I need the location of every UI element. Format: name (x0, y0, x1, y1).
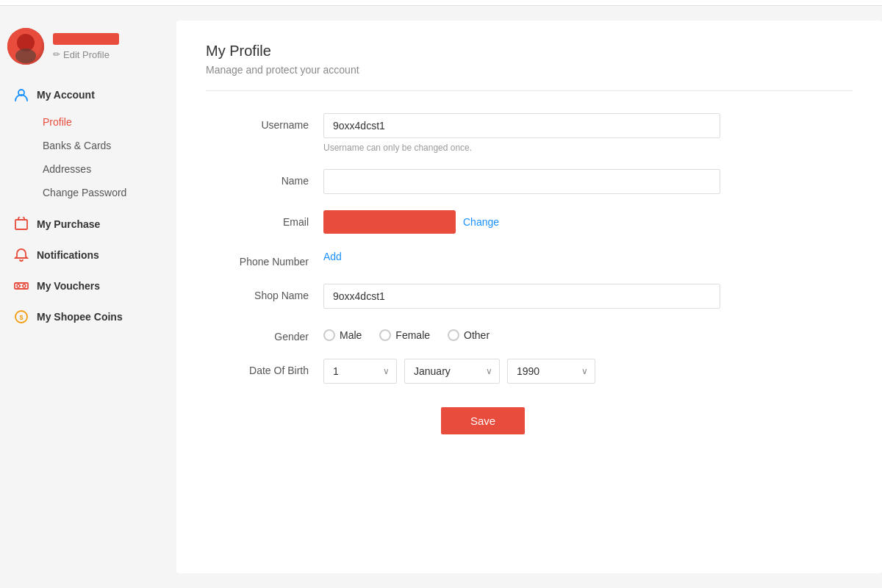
phone-label: Phone Number (206, 250, 323, 268)
avatar-svg (7, 28, 44, 65)
svg-rect-3 (15, 220, 27, 229)
nav-item-addresses[interactable]: Addresses (37, 157, 154, 181)
email-label: Email (206, 210, 323, 228)
username-hint: Username can only be changed once. (323, 143, 720, 153)
person-icon (13, 87, 29, 103)
dob-row: Date Of Birth 1 2345 6789 10111213 14151… (206, 359, 720, 384)
voucher-icon (13, 278, 29, 294)
add-phone-link[interactable]: Add (323, 251, 342, 262)
name-input[interactable] (323, 169, 720, 194)
coins-icon: $ (13, 309, 29, 325)
email-redacted (323, 210, 456, 234)
nav-item-my-vouchers[interactable]: My Vouchers (7, 270, 154, 301)
nav-item-my-shopee-coins[interactable]: $ My Shopee Coins (7, 301, 154, 332)
radio-other[interactable] (448, 329, 459, 341)
my-vouchers-label: My Vouchers (37, 280, 100, 292)
name-row: Name (206, 169, 720, 194)
dob-selects: 1 2345 6789 10111213 14151617 18192021 2… (323, 359, 720, 384)
shop-name-input[interactable] (323, 284, 720, 309)
svg-point-6 (23, 284, 26, 287)
dob-day-wrapper: 1 2345 6789 10111213 14151617 18192021 2… (323, 359, 397, 384)
save-row: Save (206, 400, 720, 434)
my-purchase-label: My Purchase (37, 218, 100, 230)
gender-row: Gender Male Female Other (206, 325, 720, 343)
avatar (7, 28, 44, 65)
dob-label: Date Of Birth (206, 359, 323, 376)
username-label: Username (206, 113, 323, 131)
email-field: Change (323, 210, 720, 234)
nav-group-header-my-account[interactable]: My Account (7, 79, 154, 110)
phone-row: Phone Number Add (206, 250, 720, 268)
phone-field: Add (323, 250, 720, 263)
radio-male[interactable] (323, 329, 335, 341)
edit-profile-link[interactable]: ✏ Edit Profile (53, 49, 119, 60)
email-row: Email Change (206, 210, 720, 234)
shop-name-field (323, 284, 720, 309)
dob-year-wrapper: 199019911992 198519802000 (507, 359, 595, 384)
name-label: Name (206, 169, 323, 187)
svg-point-1 (15, 49, 36, 63)
shop-name-row: Shop Name (206, 284, 720, 309)
nav-group-my-account: My Account Profile Banks & Cards Address… (7, 79, 154, 204)
nav-item-notifications[interactable]: Notifications (7, 240, 154, 270)
change-email-link[interactable]: Change (463, 216, 499, 228)
user-name-redacted (53, 33, 119, 45)
nav-item-change-password[interactable]: Change Password (37, 181, 154, 204)
svg-text:$: $ (19, 314, 23, 321)
gender-option-female[interactable]: Female (379, 329, 430, 341)
username-row: Username Username can only be changed on… (206, 113, 720, 153)
radio-female[interactable] (379, 329, 391, 341)
page-title: My Profile (206, 43, 853, 60)
email-content-row: Change (323, 210, 720, 234)
nav-item-profile[interactable]: Profile (37, 110, 154, 134)
gender-other-label: Other (464, 329, 490, 341)
purchase-icon (13, 216, 29, 232)
gender-option-male[interactable]: Male (323, 329, 362, 341)
sidebar-user-section: ✏ Edit Profile (7, 21, 154, 79)
username-input[interactable] (323, 113, 720, 138)
gender-female-label: Female (395, 329, 430, 341)
page-subtitle: Manage and protect your account (206, 64, 853, 91)
dob-day-select[interactable]: 1 2345 6789 10111213 14151617 18192021 2… (323, 359, 397, 384)
nav-item-my-purchase[interactable]: My Purchase (7, 209, 154, 240)
notification-icon (13, 247, 29, 263)
gender-field: Male Female Other (323, 325, 720, 341)
dob-month-select[interactable]: JanuaryFebruaryMarch AprilMayJune JulyAu… (404, 359, 500, 384)
dob-year-select[interactable]: 199019911992 198519802000 (507, 359, 595, 384)
main-content: My Profile Manage and protect your accou… (176, 21, 882, 573)
dob-field: 1 2345 6789 10111213 14151617 18192021 2… (323, 359, 720, 384)
nav-sub-items-account: Profile Banks & Cards Addresses Change P… (7, 110, 154, 204)
shop-name-label: Shop Name (206, 284, 323, 301)
gender-male-label: Male (340, 329, 362, 341)
nav-item-banks-cards[interactable]: Banks & Cards (37, 134, 154, 157)
name-field (323, 169, 720, 194)
pencil-icon: ✏ (53, 49, 60, 60)
notifications-label: Notifications (37, 249, 99, 261)
save-button[interactable]: Save (441, 407, 525, 434)
gender-options: Male Female Other (323, 325, 720, 341)
edit-profile-label: Edit Profile (63, 49, 110, 60)
sidebar: ✏ Edit Profile My Account Profile Banks … (0, 21, 162, 573)
my-account-label: My Account (37, 89, 95, 101)
user-info: ✏ Edit Profile (53, 33, 119, 60)
my-shopee-coins-label: My Shopee Coins (37, 311, 123, 323)
gender-label: Gender (206, 325, 323, 343)
username-field: Username can only be changed once. (323, 113, 720, 153)
dob-month-wrapper: JanuaryFebruaryMarch AprilMayJune JulyAu… (404, 359, 500, 384)
gender-option-other[interactable]: Other (448, 329, 490, 341)
profile-form: Username Username can only be changed on… (206, 113, 720, 434)
svg-point-5 (17, 284, 20, 287)
